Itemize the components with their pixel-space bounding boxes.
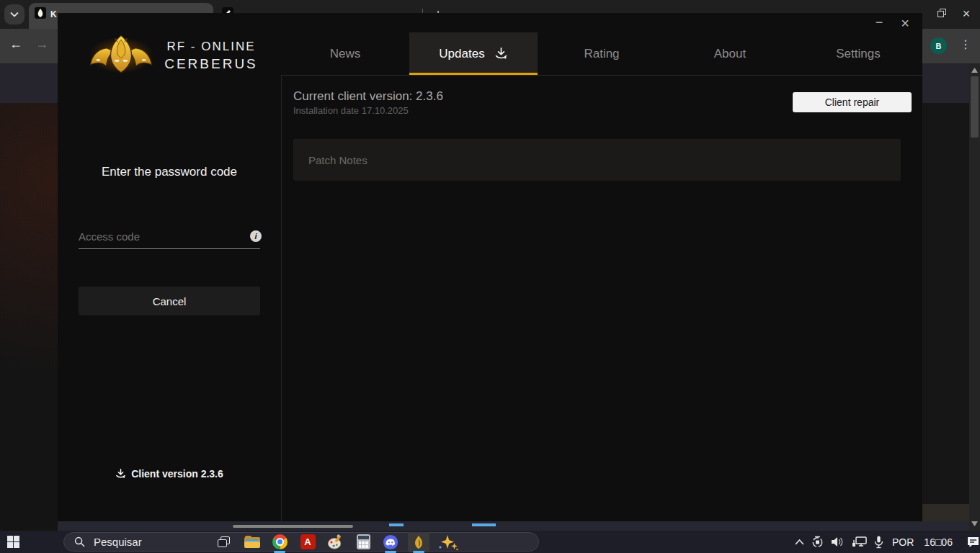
download-tray-icon — [494, 48, 508, 60]
tray-chevron-up-icon[interactable] — [795, 539, 804, 545]
cancel-button[interactable]: Cancel — [79, 287, 260, 315]
launcher-nav: News Updates Rating About Settings — [281, 32, 922, 75]
rf-launcher-window — [58, 13, 922, 521]
access-code-input[interactable] — [79, 225, 260, 249]
client-version-label: Client version 2.3.6 — [131, 468, 223, 480]
panel-divider — [281, 76, 282, 521]
desktop-screen: K + × ← → B ⋮ — [0, 0, 980, 553]
tab-settings[interactable]: Settings — [794, 32, 922, 75]
launcher-close-button[interactable]: × — [895, 14, 915, 32]
tab1-favicon-rf-flame-icon — [35, 7, 46, 19]
desktop-wallpaper-fragment — [0, 103, 58, 531]
clock[interactable]: 16□06 — [924, 536, 953, 548]
brand-line2: CERBERUS — [164, 56, 258, 72]
scroll-down-arrow-icon[interactable] — [969, 518, 980, 529]
download-tray-icon — [115, 469, 126, 479]
browser-page-fragment — [0, 63, 58, 103]
browser-forward-button[interactable]: → — [35, 37, 48, 52]
browser-page-bottom-sliver — [58, 521, 969, 531]
client-version-row: Client version 2.3.6 — [58, 468, 281, 480]
acrobat-icon: A — [300, 534, 316, 549]
acrobat-button[interactable]: A — [298, 533, 317, 551]
brand-title: RF - ONLINE CERBERUS — [164, 40, 258, 72]
calculator-button[interactable] — [354, 533, 373, 551]
chrome-icon — [272, 534, 288, 549]
launcher-minimize-button[interactable]: − — [869, 16, 889, 32]
discord-button[interactable] — [381, 533, 400, 551]
browser-restore-button[interactable] — [935, 7, 951, 22]
rf-flame-icon — [414, 536, 424, 549]
task-view-icon — [218, 536, 231, 548]
scroll-up-arrow-icon[interactable] — [969, 65, 980, 75]
brand-line1: RF - ONLINE — [164, 40, 258, 54]
tab1-title: K — [50, 9, 57, 19]
tab-updates[interactable]: Updates — [409, 32, 538, 75]
browser-page-fragment — [922, 63, 969, 103]
scrollbar-thumb[interactable] — [971, 76, 979, 138]
password-code-title: Enter the password code — [58, 165, 281, 179]
copilot-sparkle-icon — [437, 534, 459, 551]
client-repair-button[interactable]: Client repair — [793, 92, 912, 112]
browser-page-fragment — [922, 103, 969, 531]
tray-microphone-icon[interactable] — [874, 536, 883, 549]
browser-back-button[interactable]: ← — [9, 37, 22, 52]
browser-profile-avatar[interactable]: B — [930, 37, 947, 54]
tray-speaker-icon[interactable] — [831, 536, 845, 547]
current-client-version: Current client version: 2.3.6 — [293, 89, 443, 104]
task-view-button[interactable] — [215, 533, 233, 551]
paint-button[interactable] — [326, 533, 344, 551]
file-explorer-button[interactable] — [243, 533, 262, 551]
patch-notes-label: Patch Notes — [308, 154, 368, 166]
chevron-down-icon — [10, 12, 19, 17]
rf-launcher-taskbar-button[interactable] — [408, 532, 429, 552]
header-divider — [281, 75, 922, 76]
chrome-button[interactable] — [270, 533, 289, 551]
language-indicator[interactable]: POR — [892, 536, 914, 548]
page-blue-element-fragment — [472, 523, 496, 526]
start-button-windows-icon[interactable] — [7, 536, 19, 548]
browser-toolbar-left: ← → — [0, 29, 58, 63]
info-icon[interactable]: i — [250, 230, 262, 242]
browser-close-button[interactable]: × — [957, 4, 976, 23]
tray-screen-record-icon[interactable] — [811, 536, 824, 548]
browser-menu-kebab-icon[interactable]: ⋮ — [960, 37, 971, 51]
tab-news[interactable]: News — [281, 32, 409, 75]
system-tray: POR 16□06 — [791, 531, 980, 553]
cerberus-logo-icon — [85, 32, 157, 76]
calculator-icon — [357, 534, 370, 549]
browser-scrollbar[interactable] — [969, 63, 980, 531]
folder-icon — [244, 536, 260, 549]
tray-network-icon[interactable] — [852, 536, 867, 548]
discord-icon — [383, 534, 398, 550]
notifications-icon[interactable] — [966, 536, 980, 549]
search-placeholder: Pesquisar — [94, 536, 142, 548]
page-blue-element-fragment — [389, 523, 404, 526]
tab-rating[interactable]: Rating — [538, 32, 666, 75]
search-icon — [74, 536, 85, 547]
patch-notes-panel[interactable]: Patch Notes — [293, 139, 901, 181]
browser-toolbar-right: B ⋮ — [922, 29, 980, 63]
paint-palette-icon — [327, 534, 343, 550]
horizontal-scrollbar-fragment — [233, 525, 353, 528]
tab-search-button[interactable] — [4, 4, 24, 24]
installation-date: Installation date 17.10.2025 — [293, 105, 409, 116]
tab-about[interactable]: About — [666, 32, 794, 75]
